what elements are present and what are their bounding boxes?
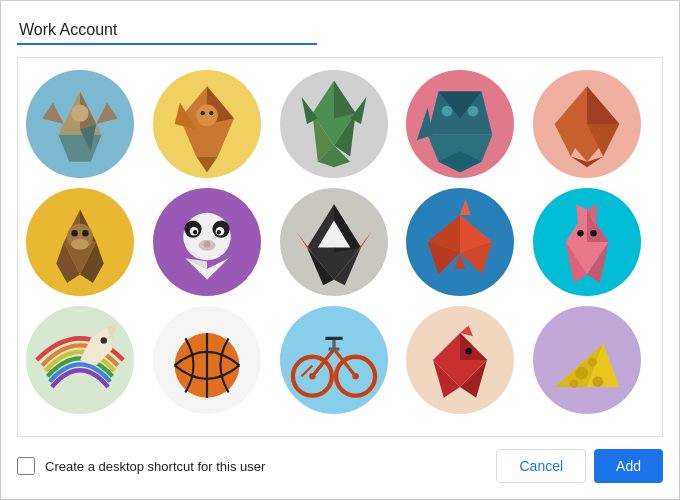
svg-point-4 — [71, 105, 88, 122]
button-group: Cancel Add — [496, 449, 663, 483]
avatar-red-bird[interactable] — [406, 306, 514, 414]
dialog-footer: Create a desktop shortcut for this user … — [17, 449, 663, 483]
svg-point-46 — [193, 230, 197, 234]
svg-point-47 — [217, 230, 221, 234]
svg-point-94 — [466, 348, 472, 354]
svg-point-101 — [570, 379, 579, 388]
svg-marker-15 — [334, 81, 356, 119]
checkbox-label: Create a desktop shortcut for this user — [45, 459, 265, 474]
svg-point-75 — [101, 337, 107, 343]
avatar-crane[interactable] — [406, 188, 514, 296]
desktop-shortcut-checkbox[interactable] — [17, 457, 35, 475]
svg-point-99 — [593, 376, 604, 387]
svg-point-71 — [577, 230, 583, 236]
avatar-cheese[interactable] — [533, 306, 641, 414]
svg-marker-90 — [460, 333, 487, 360]
account-name-input[interactable] — [17, 17, 317, 45]
dialog-container: Create a desktop shortcut for this user … — [1, 1, 679, 499]
svg-point-40 — [71, 239, 88, 250]
avatar-penguin[interactable] — [280, 188, 388, 296]
avatar-dog[interactable] — [153, 70, 261, 178]
svg-marker-29 — [587, 86, 619, 124]
svg-marker-25 — [417, 108, 433, 140]
svg-point-39 — [82, 230, 88, 236]
avatar-basketball[interactable] — [153, 306, 261, 414]
avatar-rabbit[interactable] — [533, 188, 641, 296]
cancel-button[interactable]: Cancel — [496, 449, 586, 483]
avatar-fox[interactable] — [533, 70, 641, 178]
add-button[interactable]: Add — [594, 449, 663, 483]
svg-marker-10 — [196, 156, 218, 172]
avatar-cat[interactable] — [26, 70, 134, 178]
svg-marker-6 — [96, 102, 118, 124]
svg-point-38 — [71, 230, 77, 236]
avatar-grid — [26, 70, 654, 414]
svg-marker-5 — [42, 102, 64, 124]
svg-point-13 — [209, 111, 213, 115]
avatar-unicorn[interactable] — [26, 306, 134, 414]
svg-point-100 — [588, 358, 597, 367]
svg-point-98 — [575, 366, 588, 379]
checkbox-container: Create a desktop shortcut for this user — [17, 457, 265, 475]
avatar-dragon[interactable] — [280, 70, 388, 178]
name-input-container — [17, 17, 663, 45]
avatar-panda[interactable] — [153, 188, 261, 296]
avatar-elephant[interactable] — [406, 70, 514, 178]
avatar-monkey[interactable] — [26, 188, 134, 296]
svg-point-49 — [204, 241, 210, 247]
svg-marker-93 — [460, 325, 473, 336]
svg-point-12 — [200, 111, 204, 115]
avatar-scroll-area[interactable] — [17, 57, 663, 437]
svg-point-26 — [442, 106, 453, 117]
svg-point-27 — [468, 106, 479, 117]
avatar-bicycle[interactable] — [280, 306, 388, 414]
svg-point-72 — [590, 230, 596, 236]
svg-marker-63 — [460, 199, 471, 215]
svg-marker-2 — [58, 135, 101, 162]
svg-point-11 — [196, 105, 218, 127]
